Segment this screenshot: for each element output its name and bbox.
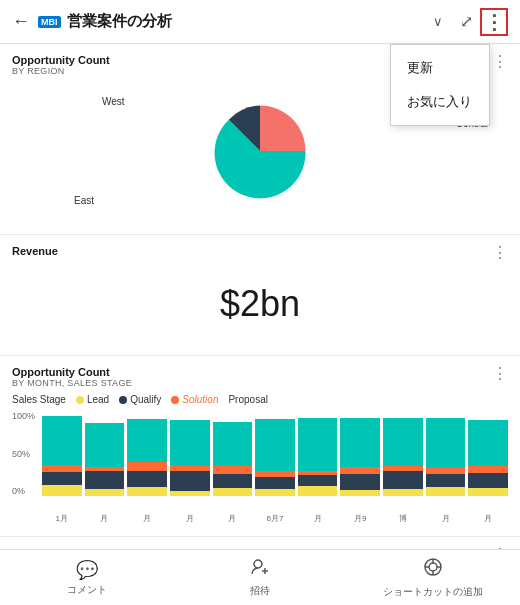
revenue-value: $2bn: [12, 263, 508, 345]
invite-icon: [250, 557, 270, 582]
bar-segment-proposal: [85, 423, 125, 467]
card-month-more[interactable]: ⋮: [492, 366, 508, 382]
pie-label-west: West: [102, 96, 125, 107]
bar-segment-solution: [213, 466, 253, 474]
legend-item-lead: Lead: [76, 394, 109, 405]
x-label: 月: [213, 513, 253, 524]
pie-chart: [195, 86, 325, 216]
bar-segment-qualify: [340, 474, 380, 490]
bar-segment-qualify: [255, 477, 295, 489]
bar-group: [127, 416, 167, 496]
bar-segment-lead: [127, 487, 167, 496]
y-label-50: 50%: [12, 449, 35, 459]
y-axis-labels: 100% 50% 0%: [12, 411, 35, 496]
bar-group: [298, 416, 338, 496]
bar-segment-solution: [42, 465, 82, 472]
bar-segment-lead: [85, 489, 125, 496]
card-opportunity-month: Opportunity Count BY MONTH, SALES STAGE …: [0, 356, 520, 537]
bar-segment-proposal: [42, 416, 82, 465]
bar-segment-proposal: [426, 418, 466, 468]
nav-item-shortcut[interactable]: ショートカットの追加: [347, 556, 520, 599]
bar-segment-lead: [42, 485, 82, 496]
legend-label-sales-stage: Sales Stage: [12, 394, 66, 405]
bar-segment-lead: [170, 491, 210, 496]
x-label: 月: [170, 513, 210, 524]
dropdown-item-refresh[interactable]: 更新: [391, 51, 489, 85]
pie-label-east: East: [74, 195, 94, 206]
card-month-title-area: Opportunity Count BY MONTH, SALES STAGE: [12, 366, 132, 388]
bar-segment-proposal: [255, 419, 295, 471]
back-button[interactable]: ←: [12, 11, 30, 32]
bar-segment-qualify: [127, 471, 167, 487]
bar-group: [42, 416, 82, 496]
x-label: 月: [298, 513, 338, 524]
x-label: 1月: [42, 513, 82, 524]
bar-segment-proposal: [213, 422, 253, 466]
bar-group: [383, 416, 423, 496]
bar-segment-qualify: [298, 475, 338, 486]
bar-chart-area: Sales Stage Lead Qualify Solution Propos…: [12, 390, 508, 526]
bar-segment-proposal: [383, 418, 423, 466]
bar-segment-lead: [426, 487, 466, 496]
legend-item-proposal: Proposal: [228, 394, 267, 405]
legend-dot-solution: [171, 396, 179, 404]
x-label: 月9: [340, 513, 380, 524]
card-title: Opportunity Count: [12, 54, 110, 66]
card-revenue: Revenue ⋮ $2bn: [0, 235, 520, 356]
bar-segment-qualify: [468, 473, 508, 488]
expand-icon[interactable]: ⤢: [452, 8, 480, 36]
bottom-nav: 💬 コメント 招待 ショートカットの追加: [0, 549, 520, 605]
nav-label-comments: コメント: [67, 583, 107, 597]
bar-group: [426, 416, 466, 496]
legend-label-lead: Lead: [87, 394, 109, 405]
svg-point-0: [254, 560, 262, 568]
bar-group: [213, 416, 253, 496]
y-label-100: 100%: [12, 411, 35, 421]
bar-chart: 100% 50% 0%: [12, 411, 508, 511]
bar-segment-lead: [468, 488, 508, 496]
legend-item-solution: Solution: [171, 394, 218, 405]
bar-segment-qualify: [170, 471, 210, 491]
bar-group: [170, 416, 210, 496]
nav-item-comments[interactable]: 💬 コメント: [0, 559, 173, 597]
bar-segment-qualify: [383, 471, 423, 489]
card-title-area: Opportunity Count BY REGION: [12, 54, 110, 76]
nav-item-invite[interactable]: 招待: [173, 557, 346, 598]
bar-segment-solution: [127, 462, 167, 471]
x-label: 博: [383, 513, 423, 524]
legend-item-qualify: Qualify: [119, 394, 161, 405]
page-title: 営業案件の分析: [67, 12, 434, 31]
header: ← MBI 営業案件の分析 ∨ ⤢ ⋮: [0, 0, 520, 44]
more-icon[interactable]: ⋮: [480, 8, 508, 36]
chart-legend: Sales Stage Lead Qualify Solution Propos…: [12, 394, 508, 405]
bar-segment-proposal: [127, 419, 167, 462]
x-axis-labels: 1月月月月月6月7月月9博月月: [42, 513, 508, 524]
bar-segment-solution: [468, 466, 508, 473]
bar-segment-lead: [255, 489, 295, 496]
bar-segment-lead: [213, 488, 253, 496]
shortcut-icon: [422, 556, 444, 583]
legend-label-qualify: Qualify: [130, 394, 161, 405]
dropdown-menu: 更新 お気に入り: [390, 44, 490, 126]
card-opportunity-size: Opportunity Count BY REGION, OPPORTUNITY…: [0, 537, 520, 549]
bars-wrapper: [42, 411, 508, 496]
card-revenue-more[interactable]: ⋮: [492, 245, 508, 261]
legend-dot-lead: [76, 396, 84, 404]
card-more-button[interactable]: ⋮: [492, 54, 508, 70]
card-month-header: Opportunity Count BY MONTH, SALES STAGE …: [12, 366, 508, 388]
nav-label-invite: 招待: [250, 584, 270, 598]
bar-group: [340, 416, 380, 496]
card-subtitle: BY REGION: [12, 66, 110, 76]
bar-segment-qualify: [85, 471, 125, 489]
bar-group: [255, 416, 295, 496]
chevron-down-icon[interactable]: ∨: [433, 14, 443, 29]
bar-group: [85, 416, 125, 496]
bar-segment-qualify: [426, 474, 466, 487]
legend-dot-qualify: [119, 396, 127, 404]
bar-segment-qualify: [213, 474, 253, 488]
bar-segment-lead: [340, 490, 380, 496]
bar-group: [468, 416, 508, 496]
mbi-badge: MBI: [38, 16, 61, 28]
dropdown-item-favorite[interactable]: お気に入り: [391, 85, 489, 119]
bar-segment-solution: [340, 467, 380, 474]
